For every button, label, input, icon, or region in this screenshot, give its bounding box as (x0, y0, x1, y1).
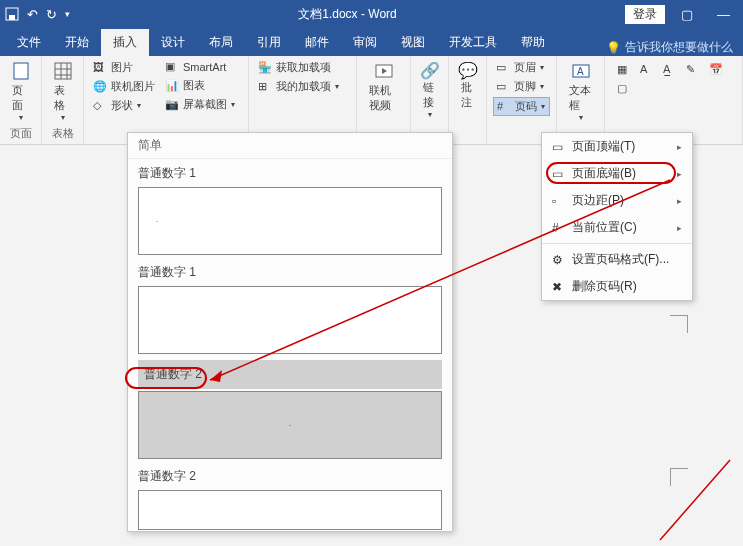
current-icon: # (552, 221, 566, 235)
my-addins-button[interactable]: ⊞我的加载项▾ (255, 78, 350, 95)
redo-icon[interactable]: ↻ (46, 7, 57, 22)
chevron-down-icon: ▾ (137, 101, 141, 110)
menu-current-position[interactable]: # 当前位置(C) ▸ (542, 214, 692, 241)
online-pictures-button[interactable]: 🌐联机图片 (90, 78, 158, 95)
gallery-preview: · (138, 391, 442, 459)
gallery-item-plain2[interactable]: 普通数字 2 · (128, 357, 452, 462)
date-button[interactable]: 📅 (706, 62, 726, 78)
gallery-label: 普通数字 1 (138, 261, 442, 284)
object-button[interactable]: ▢ (614, 81, 634, 97)
ribbon-options-icon[interactable]: ▢ (673, 7, 701, 22)
undo-icon[interactable]: ↶ (27, 7, 38, 22)
wordart-button[interactable]: A (637, 62, 657, 78)
footer-icon: ▭ (496, 80, 510, 94)
dropcap-button[interactable]: A̲ (660, 62, 680, 78)
wordart-icon: A (640, 63, 654, 77)
tab-file[interactable]: 文件 (5, 29, 53, 56)
table-button[interactable]: 表格 ▾ (48, 59, 77, 124)
comment-label: 批注 (461, 80, 474, 110)
lightbulb-icon: 💡 (606, 41, 621, 55)
page-top-icon: ▭ (552, 140, 566, 154)
dropcap-icon: A̲ (663, 63, 677, 77)
page-bottom-icon: ▭ (552, 167, 566, 181)
globe-icon: 🌐 (93, 80, 107, 94)
gallery-simple-header: 简单 (128, 133, 452, 159)
textbox-button[interactable]: A 文本框 ▾ (563, 59, 598, 124)
gallery-item-plain2b[interactable]: 普通数字 2 (128, 462, 452, 533)
tab-help[interactable]: 帮助 (509, 29, 557, 56)
chevron-down-icon: ▾ (335, 82, 339, 91)
tab-layout[interactable]: 布局 (197, 29, 245, 56)
cover-page-button[interactable]: 页面 ▾ (6, 59, 35, 124)
tab-developer[interactable]: 开发工具 (437, 29, 509, 56)
ribbon-tabs: 文件 开始 插入 设计 布局 引用 邮件 审阅 视图 开发工具 帮助 💡 告诉我… (0, 28, 743, 56)
header-button[interactable]: ▭页眉▾ (493, 59, 550, 76)
page-corner-mark (670, 315, 688, 333)
gallery-preview (138, 286, 442, 354)
pagenum-gallery-menu: 简单 普通数字 1 · 普通数字 1 普通数字 2 · 普通数字 2 (127, 132, 453, 532)
svg-rect-3 (55, 63, 71, 79)
tab-references[interactable]: 引用 (245, 29, 293, 56)
page-label: 页面 (12, 83, 29, 113)
online-video-button[interactable]: 联机视频 (363, 59, 404, 115)
page-group-label: 页面 (6, 126, 35, 141)
smartart-button[interactable]: ▣SmartArt (162, 59, 238, 75)
store-icon: 🏪 (258, 61, 272, 75)
page-number-button[interactable]: #页码▾ (493, 97, 550, 116)
pagenum-menu: ▭ 页面顶端(T) ▸ ▭ 页面底端(B) ▸ ▫ 页边距(P) ▸ # 当前位… (541, 132, 693, 301)
quick-parts-button[interactable]: ▦ (614, 62, 634, 78)
chevron-down-icon: ▾ (19, 113, 23, 122)
menu-format-pagenum[interactable]: ⚙ 设置页码格式(F)... (542, 246, 692, 273)
svg-text:A: A (577, 66, 584, 77)
submenu-arrow-icon: ▸ (677, 196, 682, 206)
menu-separator (542, 243, 692, 244)
comment-button[interactable]: 💬 批注 (455, 59, 480, 112)
menu-page-margins[interactable]: ▫ 页边距(P) ▸ (542, 187, 692, 214)
save-icon[interactable] (5, 7, 19, 21)
remove-icon: ✖ (552, 280, 566, 294)
chevron-down-icon: ▾ (428, 110, 432, 119)
gallery-item-plain1b[interactable]: 普通数字 1 (128, 258, 452, 357)
tab-view[interactable]: 视图 (389, 29, 437, 56)
tab-review[interactable]: 审阅 (341, 29, 389, 56)
links-label: 链接 (423, 80, 436, 110)
gallery-preview (138, 490, 442, 530)
gallery-label: 普通数字 2 (144, 363, 202, 386)
chart-button[interactable]: 📊图表 (162, 77, 238, 94)
links-button[interactable]: 🔗 链接 ▾ (417, 59, 442, 121)
get-addins-button[interactable]: 🏪获取加载项 (255, 59, 350, 76)
chevron-down-icon: ▾ (540, 82, 544, 91)
minimize-icon[interactable]: — (709, 7, 738, 22)
pictures-button[interactable]: 🖼图片 (90, 59, 158, 76)
tab-design[interactable]: 设计 (149, 29, 197, 56)
tab-mailings[interactable]: 邮件 (293, 29, 341, 56)
menu-remove-pagenum[interactable]: ✖ 删除页码(R) (542, 273, 692, 300)
tab-insert[interactable]: 插入 (101, 29, 149, 56)
chart-icon: 📊 (165, 79, 179, 93)
svg-rect-2 (14, 63, 28, 79)
shapes-icon: ◇ (93, 99, 107, 113)
menu-page-bottom[interactable]: ▭ 页面底端(B) ▸ (542, 160, 692, 187)
menu-page-top[interactable]: ▭ 页面顶端(T) ▸ (542, 133, 692, 160)
sig-icon: ✎ (686, 63, 700, 77)
gallery-item-plain1[interactable]: 普通数字 1 · (128, 159, 452, 258)
date-icon: 📅 (709, 63, 723, 77)
page-corner-mark (670, 468, 688, 486)
addin-icon: ⊞ (258, 80, 272, 94)
tell-me-search[interactable]: 💡 告诉我你想要做什么 (606, 39, 743, 56)
shapes-button[interactable]: ◇形状▾ (90, 97, 158, 114)
picture-icon: 🖼 (93, 61, 107, 75)
footer-button[interactable]: ▭页脚▾ (493, 78, 550, 95)
parts-icon: ▦ (617, 63, 631, 77)
chevron-down-icon: ▾ (541, 102, 545, 111)
table-label: 表格 (54, 83, 71, 113)
tell-me-label: 告诉我你想要做什么 (625, 39, 733, 56)
format-icon: ⚙ (552, 253, 566, 267)
textbox-label: 文本框 (569, 83, 592, 113)
screenshot-button[interactable]: 📷屏幕截图▾ (162, 96, 238, 113)
tab-home[interactable]: 开始 (53, 29, 101, 56)
signature-button[interactable]: ✎ (683, 62, 703, 78)
login-button[interactable]: 登录 (625, 5, 665, 24)
gallery-preview: · (138, 187, 442, 255)
gallery-label: 普通数字 2 (138, 465, 442, 488)
